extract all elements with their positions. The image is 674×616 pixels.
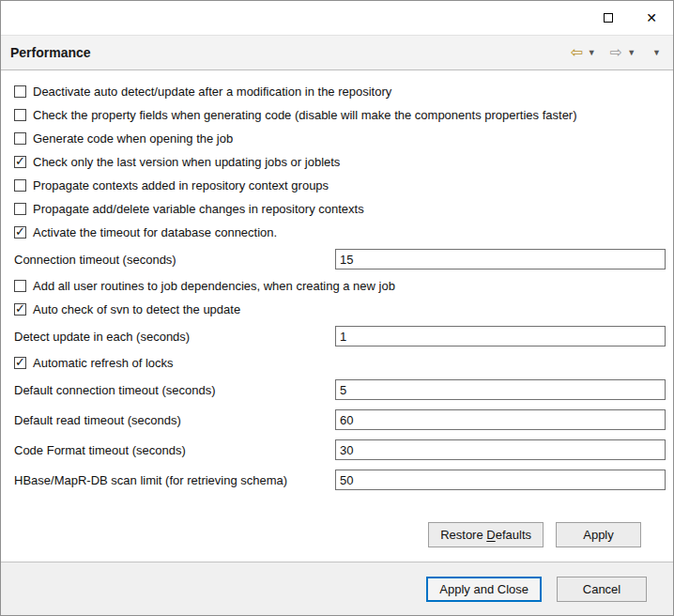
activate-db-timeout-checkbox[interactable] [14,226,26,239]
button-label: D [486,528,495,542]
setting-label: Default read timeout (seconds) [14,413,181,427]
apply-and-close-button[interactable]: Apply and Close [426,577,542,602]
default-connection-timeout-input[interactable] [335,379,666,400]
setting-row: Add all user routines to job dependencie… [14,274,666,298]
page-title: Performance [10,45,91,60]
view-menu-icon[interactable]: ▼ [650,49,664,57]
setting-label: Propagate add/delete variable changes in… [33,202,364,216]
check-last-version-checkbox[interactable] [14,156,26,168]
maximize-button[interactable] [587,1,630,35]
setting-row: Generate code when opening the job [14,127,666,150]
automatic-refresh-locks-checkbox[interactable] [14,357,26,369]
auto-check-svn-checkbox[interactable] [14,303,26,316]
setting-row: Detect update in each (seconds) [14,324,666,348]
setting-row: Connection timeout (seconds) [14,247,666,271]
back-dropdown-icon[interactable]: ▼ [585,49,599,57]
setting-label: Detect update in each (seconds) [14,330,190,344]
setting-label: Generate code when opening the job [33,131,233,146]
detect-update-interval-input[interactable] [335,326,666,346]
setting-row: Auto check of svn to detect the update [14,298,666,321]
default-read-timeout-input[interactable] [335,409,666,430]
setting-row: HBase/MapR-DB scan limit (for retrieving… [14,468,666,492]
maximize-icon [604,13,613,23]
setting-row: Check only the last version when updatin… [14,150,666,174]
setting-row: Default read timeout (seconds) [14,408,666,432]
setting-label: HBase/MapR-DB scan limit (for retrieving… [14,473,287,487]
setting-label: Code Format timeout (seconds) [14,443,186,457]
dialog-button-bar: Apply and Close Cancel [1,562,673,615]
setting-row: Default connection timeout (seconds) [14,377,666,402]
code-format-timeout-input[interactable] [335,439,666,460]
header-nav-toolbar: ⇦ ▼ ⇨ ▼ ▼ [570,45,664,60]
forward-dropdown-icon[interactable]: ▼ [624,49,638,57]
setting-label: Check only the last version when updatin… [33,155,340,169]
close-button[interactable]: ✕ [630,1,673,35]
button-label: Restore [440,528,486,542]
setting-label: Deactivate auto detect/update after a mo… [33,85,391,99]
connection-timeout-input[interactable] [335,249,666,270]
setting-label: Connection timeout (seconds) [14,253,176,267]
apply-button[interactable]: Apply [556,522,641,547]
preferences-header: Performance ⇦ ▼ ⇨ ▼ ▼ [1,35,673,70]
setting-label: Check the property fields when generatin… [33,108,577,122]
setting-label: Activate the timeout for database connec… [33,225,277,239]
preferences-page: Deactivate auto detect/update after a mo… [1,70,673,562]
restore-defaults-button[interactable]: Restore Defaults [428,522,544,547]
page-button-bar: Restore Defaults Apply [14,522,666,562]
setting-label: Default connection timeout (seconds) [14,383,216,397]
setting-row: Propagate contexts added in repository c… [14,174,666,197]
close-icon: ✕ [646,11,657,24]
back-icon[interactable]: ⇦ [570,45,582,60]
titlebar: ✕ [1,1,673,35]
setting-row: Code Format timeout (seconds) [14,438,666,462]
button-label: efaults [496,528,531,542]
propagate-variable-changes-checkbox[interactable] [14,203,26,215]
check-property-fields-checkbox[interactable] [14,109,26,121]
setting-row: Deactivate auto detect/update after a mo… [14,80,666,103]
setting-label: Propagate contexts added in repository c… [33,178,329,192]
setting-row: Automatic refresh of locks [14,351,666,375]
hbase-scan-limit-input[interactable] [335,470,666,490]
deactivate-auto-detect-checkbox[interactable] [14,85,26,98]
forward-icon[interactable]: ⇨ [610,45,622,60]
cancel-button[interactable]: Cancel [557,577,647,602]
add-user-routines-checkbox[interactable] [14,280,26,292]
setting-row: Activate the timeout for database connec… [14,221,666,244]
setting-label: Add all user routines to job dependencie… [33,279,395,293]
setting-label: Auto check of svn to detect the update [33,302,240,316]
generate-code-on-open-checkbox[interactable] [14,132,26,145]
setting-label: Automatic refresh of locks [33,356,174,370]
setting-row: Propagate add/delete variable changes in… [14,197,666,221]
propagate-contexts-checkbox[interactable] [14,179,26,192]
setting-row: Check the property fields when generatin… [14,103,666,127]
